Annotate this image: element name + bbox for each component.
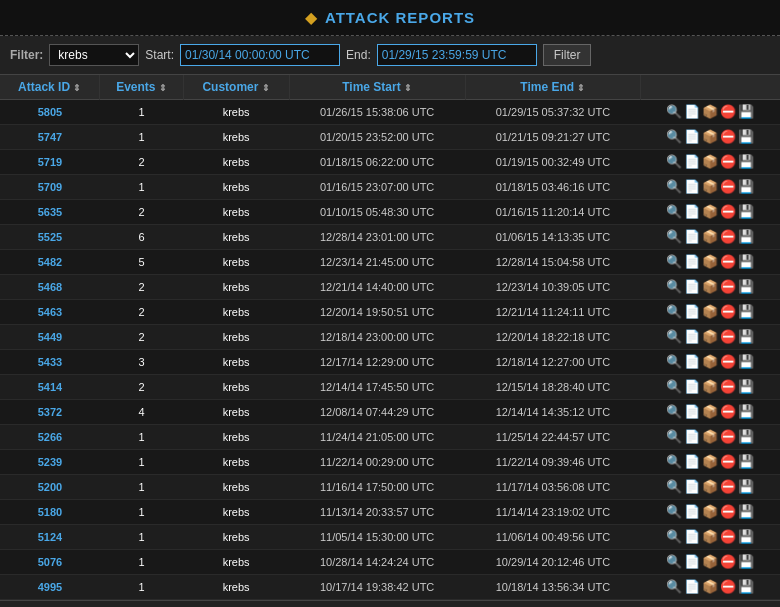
save-icon[interactable]: 💾 xyxy=(738,254,754,270)
start-date-input[interactable] xyxy=(180,44,340,66)
save-icon[interactable]: 💾 xyxy=(738,454,754,470)
report-icon[interactable]: 📄 xyxy=(684,554,700,570)
package-icon[interactable]: 📦 xyxy=(702,429,718,445)
save-icon[interactable]: 💾 xyxy=(738,104,754,120)
save-icon[interactable]: 💾 xyxy=(738,404,754,420)
package-icon[interactable]: 📦 xyxy=(702,104,718,120)
stop-icon[interactable]: ⛔ xyxy=(720,454,736,470)
package-icon[interactable]: 📦 xyxy=(702,129,718,145)
report-icon[interactable]: 📄 xyxy=(684,304,700,320)
package-icon[interactable]: 📦 xyxy=(702,154,718,170)
save-icon[interactable]: 💾 xyxy=(738,579,754,595)
search-icon[interactable]: 🔍 xyxy=(666,129,682,145)
report-icon[interactable]: 📄 xyxy=(684,179,700,195)
end-date-input[interactable] xyxy=(377,44,537,66)
stop-icon[interactable]: ⛔ xyxy=(720,329,736,345)
col-time-end[interactable]: Time End ⇕ xyxy=(465,75,641,100)
save-icon[interactable]: 💾 xyxy=(738,129,754,145)
package-icon[interactable]: 📦 xyxy=(702,354,718,370)
package-icon[interactable]: 📦 xyxy=(702,379,718,395)
stop-icon[interactable]: ⛔ xyxy=(720,104,736,120)
package-icon[interactable]: 📦 xyxy=(702,204,718,220)
package-icon[interactable]: 📦 xyxy=(702,479,718,495)
stop-icon[interactable]: ⛔ xyxy=(720,179,736,195)
stop-icon[interactable]: ⛔ xyxy=(720,154,736,170)
package-icon[interactable]: 📦 xyxy=(702,504,718,520)
stop-icon[interactable]: ⛔ xyxy=(720,429,736,445)
search-icon[interactable]: 🔍 xyxy=(666,379,682,395)
stop-icon[interactable]: ⛔ xyxy=(720,554,736,570)
save-icon[interactable]: 💾 xyxy=(738,304,754,320)
stop-icon[interactable]: ⛔ xyxy=(720,504,736,520)
report-icon[interactable]: 📄 xyxy=(684,379,700,395)
report-icon[interactable]: 📄 xyxy=(684,104,700,120)
package-icon[interactable]: 📦 xyxy=(702,554,718,570)
col-attack-id[interactable]: Attack ID ⇕ xyxy=(0,75,100,100)
package-icon[interactable]: 📦 xyxy=(702,454,718,470)
report-icon[interactable]: 📄 xyxy=(684,529,700,545)
search-icon[interactable]: 🔍 xyxy=(666,179,682,195)
package-icon[interactable]: 📦 xyxy=(702,529,718,545)
report-icon[interactable]: 📄 xyxy=(684,279,700,295)
report-icon[interactable]: 📄 xyxy=(684,229,700,245)
stop-icon[interactable]: ⛔ xyxy=(720,404,736,420)
save-icon[interactable]: 💾 xyxy=(738,179,754,195)
save-icon[interactable]: 💾 xyxy=(738,504,754,520)
save-icon[interactable]: 💾 xyxy=(738,554,754,570)
package-icon[interactable]: 📦 xyxy=(702,329,718,345)
stop-icon[interactable]: ⛔ xyxy=(720,129,736,145)
search-icon[interactable]: 🔍 xyxy=(666,454,682,470)
report-icon[interactable]: 📄 xyxy=(684,454,700,470)
package-icon[interactable]: 📦 xyxy=(702,229,718,245)
stop-icon[interactable]: ⛔ xyxy=(720,304,736,320)
save-icon[interactable]: 💾 xyxy=(738,479,754,495)
search-icon[interactable]: 🔍 xyxy=(666,279,682,295)
col-events[interactable]: Events ⇕ xyxy=(100,75,183,100)
search-icon[interactable]: 🔍 xyxy=(666,504,682,520)
report-icon[interactable]: 📄 xyxy=(684,429,700,445)
search-icon[interactable]: 🔍 xyxy=(666,329,682,345)
stop-icon[interactable]: ⛔ xyxy=(720,379,736,395)
save-icon[interactable]: 💾 xyxy=(738,204,754,220)
package-icon[interactable]: 📦 xyxy=(702,254,718,270)
package-icon[interactable]: 📦 xyxy=(702,279,718,295)
search-icon[interactable]: 🔍 xyxy=(666,479,682,495)
stop-icon[interactable]: ⛔ xyxy=(720,279,736,295)
stop-icon[interactable]: ⛔ xyxy=(720,529,736,545)
package-icon[interactable]: 📦 xyxy=(702,304,718,320)
save-icon[interactable]: 💾 xyxy=(738,154,754,170)
col-customer[interactable]: Customer ⇕ xyxy=(183,75,289,100)
search-icon[interactable]: 🔍 xyxy=(666,154,682,170)
save-icon[interactable]: 💾 xyxy=(738,329,754,345)
report-icon[interactable]: 📄 xyxy=(684,154,700,170)
filter-button[interactable]: Filter xyxy=(543,44,592,66)
save-icon[interactable]: 💾 xyxy=(738,379,754,395)
stop-icon[interactable]: ⛔ xyxy=(720,254,736,270)
report-icon[interactable]: 📄 xyxy=(684,254,700,270)
search-icon[interactable]: 🔍 xyxy=(666,104,682,120)
search-icon[interactable]: 🔍 xyxy=(666,429,682,445)
report-icon[interactable]: 📄 xyxy=(684,129,700,145)
save-icon[interactable]: 💾 xyxy=(738,529,754,545)
package-icon[interactable]: 📦 xyxy=(702,579,718,595)
stop-icon[interactable]: ⛔ xyxy=(720,204,736,220)
report-icon[interactable]: 📄 xyxy=(684,504,700,520)
stop-icon[interactable]: ⛔ xyxy=(720,579,736,595)
save-icon[interactable]: 💾 xyxy=(738,354,754,370)
save-icon[interactable]: 💾 xyxy=(738,429,754,445)
package-icon[interactable]: 📦 xyxy=(702,404,718,420)
customer-select[interactable]: krebs xyxy=(49,44,139,66)
stop-icon[interactable]: ⛔ xyxy=(720,229,736,245)
package-icon[interactable]: 📦 xyxy=(702,179,718,195)
report-icon[interactable]: 📄 xyxy=(684,204,700,220)
save-icon[interactable]: 💾 xyxy=(738,279,754,295)
search-icon[interactable]: 🔍 xyxy=(666,529,682,545)
search-icon[interactable]: 🔍 xyxy=(666,354,682,370)
search-icon[interactable]: 🔍 xyxy=(666,404,682,420)
search-icon[interactable]: 🔍 xyxy=(666,229,682,245)
report-icon[interactable]: 📄 xyxy=(684,404,700,420)
search-icon[interactable]: 🔍 xyxy=(666,579,682,595)
save-icon[interactable]: 💾 xyxy=(738,229,754,245)
col-time-start[interactable]: Time Start ⇕ xyxy=(289,75,465,100)
search-icon[interactable]: 🔍 xyxy=(666,254,682,270)
